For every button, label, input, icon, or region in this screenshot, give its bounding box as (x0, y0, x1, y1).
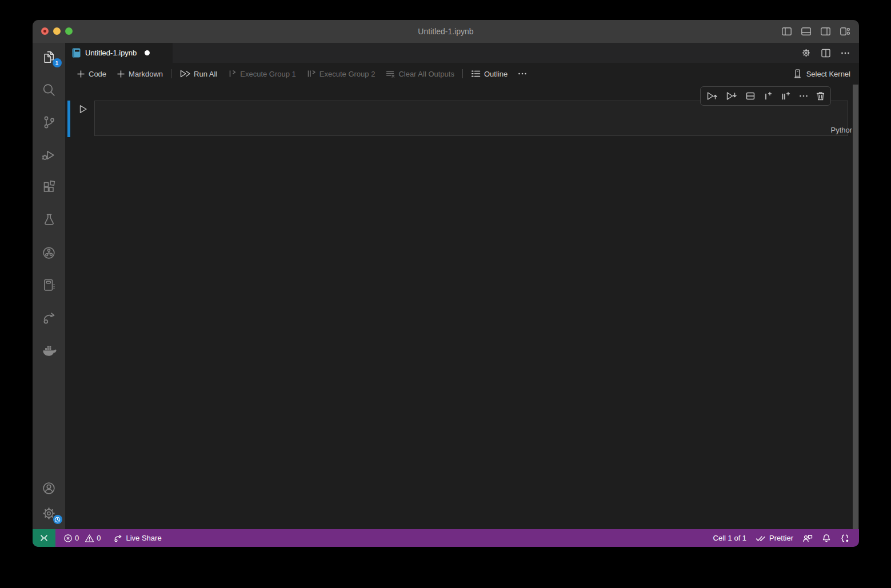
cell-position-label: Cell 1 of 1 (713, 534, 747, 542)
sidebar-item-explorer[interactable]: 1 (40, 50, 58, 65)
status-right: Cell 1 of 1 Prettier (709, 534, 854, 543)
customize-layout-icon[interactable] (840, 27, 850, 35)
toolbar-separator (462, 69, 463, 78)
live-share-label: Live Share (126, 534, 161, 542)
sidebar-item-testing[interactable] (40, 213, 58, 227)
clear-all-outputs-label: Clear All Outputs (398, 70, 454, 78)
bell-icon (822, 534, 831, 543)
sidebar-item-git-graph[interactable] (40, 245, 58, 260)
code-cell: Python (65, 101, 859, 137)
execute-group-1-label: Execute Group 1 (240, 70, 296, 78)
cell-toolbar (700, 86, 831, 106)
play-icon (79, 105, 87, 114)
clear-all-outputs-icon (385, 69, 395, 78)
execute-above-cells-icon[interactable] (706, 91, 718, 101)
toggle-secondary-sidebar-icon[interactable] (821, 27, 830, 35)
split-cell-icon[interactable] (745, 91, 756, 101)
warnings-icon (85, 534, 94, 543)
cell-language-picker[interactable]: Python (831, 126, 854, 134)
settings-button[interactable] (40, 506, 58, 521)
execute-group-1-button[interactable]: Execute Group 1 (222, 66, 301, 81)
braces-tool-button[interactable] (836, 534, 854, 543)
kernel-icon (793, 69, 802, 79)
desktop: Untitled-1.ipynb (0, 0, 891, 588)
live-share-status[interactable]: Live Share (109, 534, 166, 543)
add-code-label: Code (89, 70, 106, 78)
execute-group-1-icon (227, 69, 237, 78)
delete-cell-icon[interactable] (816, 91, 825, 101)
outline-button[interactable]: Outline (466, 66, 513, 81)
scrollbar-slider[interactable] (853, 85, 858, 529)
select-kernel-button[interactable]: Select Kernel (793, 69, 850, 79)
explorer-badge: 1 (53, 58, 62, 67)
toolbar-separator (171, 69, 171, 78)
sidebar-item-notebooks[interactable] (40, 278, 58, 293)
insert-group-1-marker-icon[interactable] (763, 91, 773, 101)
tab-untitled-notebook[interactable]: Untitled-1.ipynb (65, 43, 173, 63)
execute-cell-and-below-icon[interactable] (725, 91, 737, 101)
outline-icon (471, 69, 481, 78)
sidebar-item-source-control[interactable] (40, 115, 58, 130)
notebook-scrollbar[interactable] (852, 85, 859, 529)
split-editor-icon[interactable] (821, 49, 830, 58)
double-check-icon (756, 534, 766, 542)
sidebar-item-search[interactable] (40, 82, 58, 97)
problems-status[interactable]: 0 0 (59, 534, 109, 543)
run-all-button[interactable]: Run All (174, 66, 222, 81)
notebook-toolbar: Code Markdown Run All (65, 63, 859, 85)
clear-all-outputs-button[interactable]: Clear All Outputs (380, 66, 460, 81)
toggle-primary-sidebar-icon[interactable] (782, 27, 792, 35)
status-bar: 0 0 Live Share Cell 1 of 1 (33, 529, 859, 547)
plus-icon (117, 70, 125, 78)
vscode-window: Untitled-1.ipynb (33, 20, 859, 547)
cell-position-status[interactable]: Cell 1 of 1 (709, 534, 752, 542)
error-count: 0 (75, 534, 79, 542)
run-all-icon (179, 69, 190, 78)
plus-icon (77, 70, 85, 78)
layout-controls (782, 20, 850, 43)
gear-icon[interactable] (801, 48, 811, 58)
notebook-editor: Python (65, 85, 859, 529)
main-area: 1 (33, 43, 859, 529)
add-markdown-label: Markdown (129, 70, 163, 78)
cell-more-actions-icon[interactable] (799, 91, 808, 101)
run-cell-button[interactable] (77, 103, 89, 115)
add-code-cell-button[interactable]: Code (71, 66, 111, 81)
remote-icon (39, 534, 49, 542)
tab-bar: Untitled-1.ipynb (65, 43, 859, 63)
activity-bar: 1 (33, 43, 65, 529)
toolbar-more-button[interactable] (513, 66, 532, 81)
prettier-status[interactable]: Prettier (751, 534, 798, 542)
status-left: 0 0 Live Share (59, 534, 166, 543)
title-bar: Untitled-1.ipynb (33, 20, 859, 43)
editor-group: Untitled-1.ipynb (65, 43, 859, 529)
live-share-icon (113, 534, 123, 543)
outline-label: Outline (484, 70, 508, 78)
warning-count: 0 (97, 534, 101, 542)
execute-group-2-icon (306, 69, 316, 78)
add-markdown-cell-button[interactable]: Markdown (111, 66, 168, 81)
errors-icon (63, 534, 73, 543)
notifications-button[interactable] (817, 534, 836, 543)
braces-icon (840, 534, 850, 543)
select-kernel-label: Select Kernel (806, 70, 850, 78)
cell-focus-indicator (67, 101, 70, 137)
insert-group-2-marker-icon[interactable] (780, 91, 791, 101)
cell-code-editor[interactable] (94, 101, 848, 136)
accounts-button[interactable] (40, 481, 58, 495)
feedback-icon (802, 534, 813, 543)
ipynb-file-icon (72, 48, 81, 58)
dirty-indicator[interactable] (145, 50, 150, 55)
execute-group-2-button[interactable]: Execute Group 2 (301, 66, 381, 81)
tab-label: Untitled-1.ipynb (85, 49, 137, 57)
sidebar-item-docker[interactable] (40, 343, 58, 358)
toggle-panel-icon[interactable] (801, 27, 811, 35)
editor-actions (801, 43, 859, 63)
sidebar-item-run-and-debug[interactable] (40, 147, 58, 162)
sidebar-item-live-share[interactable] (40, 310, 58, 325)
sidebar-item-extensions[interactable] (40, 180, 58, 195)
remote-indicator[interactable] (33, 529, 55, 547)
execute-group-2-label: Execute Group 2 (319, 70, 375, 78)
more-actions-icon[interactable] (841, 49, 850, 58)
feedback-button[interactable] (798, 534, 817, 543)
